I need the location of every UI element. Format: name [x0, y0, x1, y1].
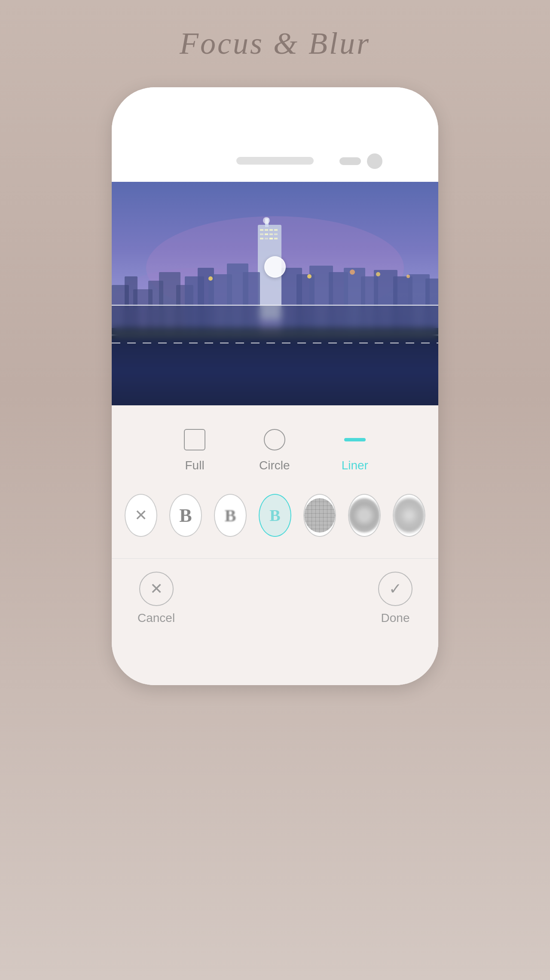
- done-icon: ✓: [389, 580, 402, 598]
- phone-top-bar: [112, 87, 438, 182]
- svg-rect-11: [260, 229, 263, 231]
- preset-pixel3[interactable]: [393, 494, 425, 537]
- svg-point-41: [350, 270, 355, 275]
- no-blur-icon: ✕: [134, 508, 147, 523]
- image-canvas[interactable]: [112, 182, 438, 405]
- full-mode-icon: [182, 427, 208, 453]
- action-bar: ✕ Cancel ✓ Done: [112, 558, 438, 625]
- svg-rect-13: [269, 229, 273, 231]
- blur-b3-icon: B: [269, 506, 280, 525]
- svg-point-42: [376, 272, 380, 276]
- bottom-panel: Full Circle Liner ✕: [112, 405, 438, 651]
- phone-bottom-cap: [112, 651, 438, 685]
- phone-frame: Full Circle Liner ✕: [112, 87, 438, 685]
- svg-rect-12: [265, 229, 268, 231]
- done-button[interactable]: ✓ Done: [378, 572, 412, 625]
- mode-circle[interactable]: Circle: [259, 427, 290, 472]
- svg-rect-21: [269, 238, 273, 239]
- mode-selector: Full Circle Liner: [112, 427, 438, 472]
- focus-line-solid: [112, 305, 438, 306]
- cancel-icon: ✕: [150, 580, 163, 598]
- mode-full[interactable]: Full: [182, 427, 208, 472]
- mode-liner[interactable]: Liner: [342, 427, 368, 472]
- svg-point-40: [307, 274, 312, 279]
- blur-overlay: [112, 305, 438, 405]
- svg-point-43: [406, 275, 410, 278]
- circle-mode-icon: [262, 427, 287, 453]
- svg-rect-16: [265, 233, 268, 235]
- svg-rect-14: [274, 229, 278, 231]
- phone-speaker: [236, 157, 314, 165]
- blur-b2-icon: B: [225, 505, 236, 526]
- liner-mode-icon: [342, 427, 368, 453]
- svg-rect-17: [269, 233, 273, 235]
- circle-icon: [264, 429, 285, 450]
- done-circle: ✓: [378, 572, 412, 606]
- square-icon: [184, 429, 205, 450]
- svg-rect-15: [260, 233, 263, 235]
- blur-presets-row: ✕ B B B: [112, 494, 438, 537]
- svg-rect-20: [265, 238, 268, 239]
- circle-mode-label: Circle: [259, 459, 290, 472]
- svg-rect-18: [274, 233, 278, 235]
- svg-point-23: [263, 217, 270, 224]
- liner-mode-label: Liner: [342, 459, 368, 472]
- pixel1-icon: [304, 498, 335, 533]
- outer-bottom-area: [0, 685, 550, 980]
- pixel2-icon: [349, 498, 380, 533]
- focus-line-dashed: [112, 343, 438, 343]
- phone-sensor: [339, 157, 361, 165]
- preset-b2[interactable]: B: [214, 494, 247, 537]
- done-label: Done: [381, 611, 410, 625]
- preset-none[interactable]: ✕: [125, 494, 157, 537]
- cancel-circle: ✕: [139, 572, 174, 606]
- blur-b1-icon: B: [179, 505, 192, 527]
- svg-rect-22: [274, 238, 278, 239]
- cancel-button[interactable]: ✕ Cancel: [138, 572, 175, 625]
- focus-handle[interactable]: [264, 256, 286, 278]
- preset-b1[interactable]: B: [169, 494, 202, 537]
- liner-icon: [344, 438, 366, 441]
- page-title: Focus & Blur: [180, 26, 370, 61]
- preset-b3[interactable]: B: [259, 494, 291, 537]
- svg-point-39: [208, 276, 213, 281]
- full-mode-label: Full: [185, 459, 205, 472]
- preset-pixel1[interactable]: [303, 494, 336, 537]
- phone-camera: [367, 153, 382, 169]
- svg-rect-19: [260, 238, 263, 239]
- pixel3-icon: [394, 498, 425, 533]
- cancel-label: Cancel: [138, 611, 175, 625]
- preset-pixel2[interactable]: [348, 494, 381, 537]
